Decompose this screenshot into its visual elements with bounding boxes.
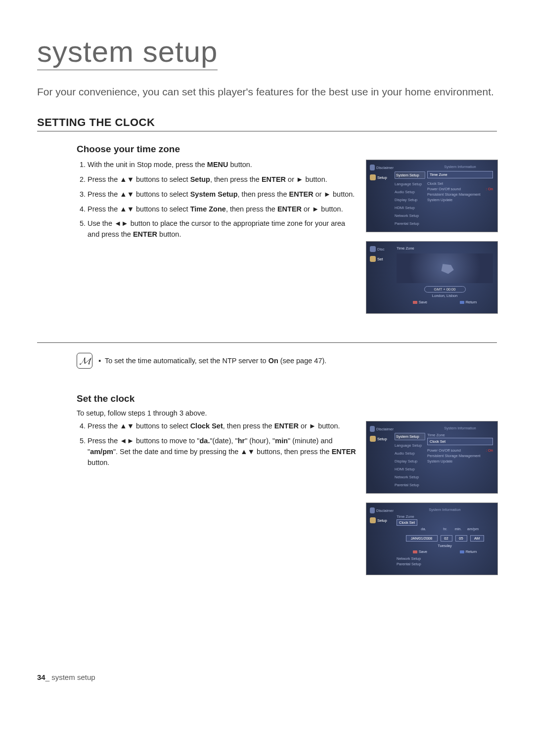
menu-network-setup: Network Setup bbox=[397, 556, 493, 561]
menu-network-setup: Network Setup bbox=[395, 474, 425, 480]
up-down-icon: ▲▼ bbox=[120, 205, 134, 213]
right-icon: ► bbox=[312, 205, 319, 213]
file-icon bbox=[370, 507, 375, 513]
gmt-value: GMT + 00:00 bbox=[424, 286, 466, 293]
gear-icon bbox=[370, 256, 376, 262]
step-4b: Press the ▲▼ buttons to select Clock Set… bbox=[88, 421, 356, 432]
note-icon: 𝓜 bbox=[77, 353, 92, 369]
step-5: Use the ◄► button to place the cursor to… bbox=[88, 218, 356, 240]
option-clock-set-selected: Clock Set bbox=[427, 438, 493, 445]
steps-list-1: With the unit in Stop mode, press the ME… bbox=[77, 160, 356, 240]
menu-hdmi-setup: HDMI Setup bbox=[395, 466, 425, 472]
screenshot-timezone-map: Disc Set Time Zone GMT + 00:00 London, L… bbox=[366, 241, 498, 314]
option-time-zone-selected: Time Zone bbox=[427, 171, 493, 178]
step-2: Press the ▲▼ buttons to select Setup, th… bbox=[88, 174, 356, 185]
option-time-zone: Time Zone bbox=[427, 432, 493, 438]
system-info-label: System Information bbox=[427, 426, 493, 430]
system-info-label: System Information bbox=[397, 507, 493, 512]
sidebar-disclaimer: Disc bbox=[370, 246, 394, 252]
label-da: da. bbox=[410, 527, 438, 531]
page-number: 34 bbox=[37, 673, 45, 681]
file-icon bbox=[370, 165, 375, 170]
setup-menu: System Setup Language Setup Audio Setup … bbox=[395, 163, 425, 229]
gear-icon bbox=[370, 436, 376, 442]
system-info-label: System Information bbox=[427, 165, 493, 169]
subsection-timezone: Choose your time zone bbox=[77, 144, 497, 155]
sidebar-setup: Set bbox=[370, 256, 394, 262]
menu-network-setup: Network Setup bbox=[395, 213, 425, 218]
sidebar-disclaimer: Disclaimer bbox=[370, 426, 394, 432]
option-time-zone: Time Zone bbox=[397, 514, 493, 519]
screenshot-system-setup-timezone: Disclaimer Setup System Setup Language S… bbox=[366, 160, 498, 232]
set-clock-intro: To setup, follow steps 1 through 3 above… bbox=[77, 409, 497, 417]
field-ampm: AM bbox=[470, 535, 484, 542]
timezone-popup-title: Time Zone bbox=[397, 246, 493, 251]
label-min: min. bbox=[453, 527, 463, 531]
menu-audio-setup: Audio Setup bbox=[395, 189, 425, 195]
up-down-icon: ▲▼ bbox=[240, 448, 255, 456]
return-button-label: Return bbox=[460, 300, 477, 304]
sidebar-disclaimer: Disclaimer bbox=[370, 507, 394, 513]
step-4: Press the ▲▼ buttons to select Time Zone… bbox=[88, 204, 356, 215]
label-hr: hr. bbox=[441, 527, 450, 531]
menu-hdmi-setup: HDMI Setup bbox=[395, 205, 425, 210]
left-right-icon: ◄► bbox=[120, 437, 134, 445]
sidebar-setup: Setup bbox=[370, 174, 394, 180]
divider bbox=[37, 342, 497, 343]
file-icon bbox=[370, 246, 376, 252]
step-5b: Press the ◄► buttons to move to "da."(da… bbox=[88, 436, 356, 468]
left-right-icon: ◄► bbox=[114, 219, 129, 227]
screenshot-clockset-dialog: Disclaimer Setup System Information Time… bbox=[366, 503, 498, 575]
option-power-sound: Power On/Off sound: On bbox=[427, 186, 493, 192]
setup-menu: System Setup Language Setup Audio Setup … bbox=[395, 424, 425, 491]
up-down-icon: ▲▼ bbox=[120, 190, 134, 198]
sidebar-setup: Setup bbox=[370, 436, 394, 442]
right-icon: ► bbox=[296, 175, 303, 183]
section-heading-clock: SETTING THE CLOCK bbox=[37, 116, 497, 131]
steps-list-2: Press the ▲▼ buttons to select Clock Set… bbox=[77, 421, 356, 468]
option-clock-set: Clock Set bbox=[427, 181, 493, 186]
subsection-set-clock: Set the clock bbox=[77, 393, 497, 404]
menu-display-setup: Display Setup bbox=[395, 197, 425, 203]
menu-parental-setup: Parental Setup bbox=[395, 221, 425, 226]
sidebar-setup: Setup bbox=[370, 517, 394, 523]
option-system-update: System Update bbox=[427, 197, 493, 203]
up-down-icon: ▲▼ bbox=[120, 422, 134, 430]
menu-audio-setup: Audio Setup bbox=[395, 451, 425, 456]
option-psm: Persistent Storage Management bbox=[427, 192, 493, 197]
file-icon bbox=[370, 426, 375, 432]
page-title: system setup bbox=[37, 35, 218, 70]
menu-parental-setup: Parental Setup bbox=[395, 482, 425, 488]
label-ampm: am/pm bbox=[466, 527, 480, 531]
option-psm: Persistent Storage Management bbox=[427, 453, 493, 459]
note-text: ▪ To set the time automatically, set the… bbox=[98, 357, 326, 365]
timezone-city: London, Lisbon bbox=[397, 294, 493, 298]
gear-icon bbox=[370, 174, 376, 180]
field-date: JAN/01/2008 bbox=[406, 535, 438, 542]
option-power-sound: Power On/Off sound: On bbox=[427, 448, 493, 453]
menu-language-setup: Language Setup bbox=[395, 181, 425, 187]
menu-parental-setup: Parental Setup bbox=[397, 561, 493, 567]
field-minute: 05 bbox=[455, 535, 467, 542]
gear-icon bbox=[370, 517, 376, 523]
option-system-update: System Update bbox=[427, 459, 493, 464]
right-icon: ► bbox=[324, 190, 331, 198]
menu-system-setup: System Setup bbox=[395, 433, 425, 440]
up-down-icon: ▲▼ bbox=[120, 175, 134, 183]
save-button-label: Save bbox=[413, 549, 427, 554]
menu-system-setup: System Setup bbox=[395, 171, 425, 179]
field-hour: 02 bbox=[441, 535, 452, 542]
menu-language-setup: Language Setup bbox=[395, 443, 425, 448]
clockset-popup-label: Clock Set bbox=[397, 519, 417, 526]
right-icon: ► bbox=[309, 422, 316, 430]
footer-section-name: system setup bbox=[51, 673, 95, 681]
page-footer: 34_ system setup bbox=[37, 673, 497, 681]
return-button-label: Return bbox=[460, 549, 477, 554]
intro-text: For your convenience, you can set this p… bbox=[37, 85, 497, 99]
step-1: With the unit in Stop mode, press the ME… bbox=[88, 160, 356, 170]
day-of-week: Tuesday bbox=[397, 544, 493, 548]
save-button-label: Save bbox=[413, 300, 427, 304]
sidebar-disclaimer: Disclaimer bbox=[370, 165, 394, 170]
screenshot-clockset-menu: Disclaimer Setup System Setup Language S… bbox=[366, 421, 498, 494]
step-3: Press the ▲▼ buttons to select System Se… bbox=[88, 189, 356, 200]
